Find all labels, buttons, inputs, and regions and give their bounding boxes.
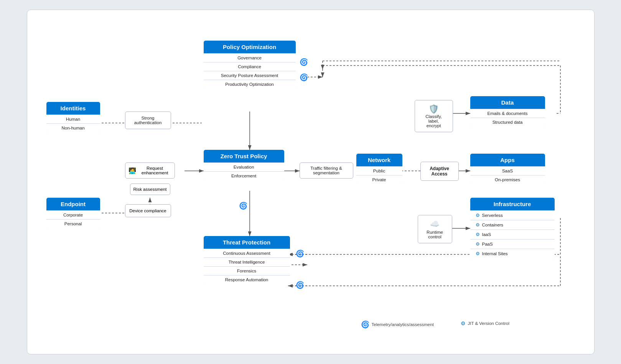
telemetry-icon-mid: 🌀 [239,202,247,210]
ztp-row-enf: Enforcement [204,171,284,180]
endpoint-box: Endpoint Corporate Personal [46,198,100,228]
zero-trust-policy-box: Zero Trust Policy Evaluation Enforcement [204,150,284,180]
po-row-comp: Compliance [204,62,296,71]
data-title: Data [470,96,545,109]
request-enhancement-box: 🧑‍💻 Request enhancement [125,162,175,179]
apps-row-onprem: On-premises [470,175,545,184]
infra-row-sl: ⚙ Serverless [470,210,555,220]
legend-jit: ⚙ JIT & Version Control [461,320,509,326]
jit-icon-con: ⚙ [476,222,480,228]
jit-icon-sites: ⚙ [476,251,480,256]
telemetry-icon-top1: 🌀 [300,58,308,66]
classify-icon: 🛡️ [418,104,450,114]
request-label: Request enhancement [138,166,171,175]
data-box: Data Emails & documents Structured data [470,96,545,126]
tp-row-for: Forensics [204,266,290,275]
policy-optimization-box: Policy Optimization Governance Complianc… [204,41,296,89]
infrastructure-box: Infrastructure ⚙ Serverless ⚙ Containers… [470,198,555,258]
apps-box: Apps SaaS On-premises [470,154,545,184]
legend-jit-label: JIT & Version Control [468,321,509,326]
strong-auth-box: Strong authentication [125,111,171,129]
runtime-label: Runtime control [421,230,449,239]
classify-label: Classify, label, encrypt [418,114,450,128]
legend-telemetry: 🌀 Telemetry/analytics/assessment [361,320,434,329]
endpoint-row-corp: Corporate [46,210,100,219]
diagram-container: Identities Human Non-human Endpoint Corp… [27,10,595,354]
policy-optimization-title: Policy Optimization [204,41,296,53]
tp-row-ra: Response Automation [204,275,290,284]
identities-row-nonhuman: Non-human [46,123,100,132]
infra-row-sites: ⚙ Internal Sites [470,249,555,258]
traffic-filtering-label: Traffic filtering & segmentation [304,166,349,175]
device-compliance-label: Device compliance [128,208,168,213]
telemetry-icon-tp1: 🌀 [296,249,304,258]
adaptive-access-label: Adaptive Access [424,166,455,177]
tp-row-ca: Continuous Assessment [204,249,290,257]
apps-title: Apps [470,154,545,166]
network-row-priv: Private [356,175,402,184]
legend-telemetry-label: Telemetry/analytics/assessment [372,322,434,327]
risk-assessment-box: Risk assessment [130,184,170,195]
jit-icon-sl: ⚙ [476,213,480,218]
device-compliance-box: Device compliance [125,204,171,217]
risk-assessment-label: Risk assessment [133,187,167,192]
traffic-filtering-box: Traffic filtering & segmentation [300,162,353,179]
po-row-gov: Governance [204,53,296,62]
person-icon: 🧑‍💻 [128,167,136,174]
network-row-pub: Public [356,166,402,175]
identities-title: Identities [46,102,100,115]
classify-box: 🛡️ Classify, label, encrypt [415,100,453,132]
infra-row-iaas: ⚙ IaaS [470,230,555,239]
adaptive-access-box: Adaptive Access [420,162,459,181]
jit-icon-iaas: ⚙ [476,232,480,237]
legend-telemetry-icon: 🌀 [361,320,369,329]
network-title: Network [356,154,402,166]
network-box: Network Public Private [356,154,402,184]
data-row-structured: Structured data [470,118,545,126]
strong-auth-label: Strong authentication [128,116,168,125]
endpoint-row-personal: Personal [46,219,100,228]
infra-title: Infrastructure [470,198,555,210]
telemetry-icon-tp2: 🌀 [296,281,304,289]
infra-row-paas: ⚙ PaaS [470,239,555,249]
identities-row-human: Human [46,115,100,123]
tp-title: Threat Protection [204,236,290,249]
ztp-title: Zero Trust Policy [204,150,284,162]
po-row-prod: Productivity Optimization [204,80,296,89]
runtime-control-box: ☁️ Runtime control [418,215,452,243]
jit-icon-paas: ⚙ [476,241,480,247]
infra-row-con: ⚙ Containers [470,220,555,230]
threat-protection-box: Threat Protection Continuous Assessment … [204,236,290,284]
identities-box: Identities Human Non-human [46,102,100,132]
ztp-row-eval: Evaluation [204,162,284,171]
tp-row-ti: Threat Intelligence [204,257,290,266]
telemetry-icon-top2: 🌀 [300,73,308,82]
runtime-icon: ☁️ [421,219,449,228]
endpoint-title: Endpoint [46,198,100,210]
apps-row-saas: SaaS [470,166,545,175]
data-row-emails: Emails & documents [470,109,545,118]
po-row-spa: Security Posture Assessment [204,71,296,80]
legend-jit-icon: ⚙ [461,320,466,326]
